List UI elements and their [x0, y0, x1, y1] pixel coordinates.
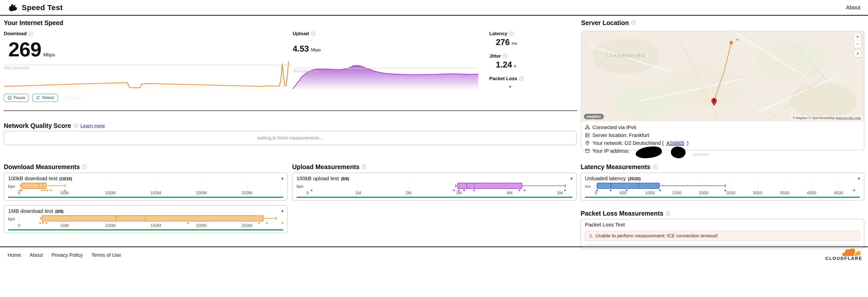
axis-tick-label: 200M	[196, 191, 207, 196]
latency-measurements-info-icon[interactable]	[653, 165, 657, 169]
network-quality-info-icon[interactable]	[74, 124, 78, 128]
network-quality-box: waiting to finish measurements...	[4, 131, 577, 145]
footer-link-privacy[interactable]: Privacy Policy	[52, 252, 83, 258]
outlier-dot	[282, 222, 283, 224]
outlier-dot	[564, 190, 566, 191]
asn-link[interactable]: AS6805	[666, 140, 684, 146]
connection-info-row: Connected via IPv6	[585, 124, 860, 130]
improve-map-link[interactable]: Improve this map	[836, 116, 861, 120]
map[interactable]: LUXEMBOURG + − mapbox	[581, 31, 864, 121]
axis-tick-label: 0	[18, 223, 20, 228]
axis-tick-label: 0	[595, 191, 597, 196]
your-network-suffix: )	[687, 140, 689, 146]
packet-loss-measurements-info-icon[interactable]	[666, 211, 670, 216]
packet-loss-measurements-title-text: Packet Loss Measurements	[581, 210, 663, 217]
outlier-dot	[463, 190, 465, 191]
pause-icon	[7, 96, 11, 100]
upload-label-row: Upload	[293, 31, 321, 36]
download-measurements-info-icon[interactable]	[82, 165, 87, 169]
axis-tick-label: 50M	[61, 223, 69, 228]
learn-more-link[interactable]: Learn more	[81, 123, 105, 129]
zoom-out-button[interactable]: −	[854, 41, 861, 48]
upload-measurements-info-icon[interactable]	[362, 165, 366, 169]
network-quality-title-text: Network Quality Score	[4, 122, 71, 129]
outlier-dot	[47, 190, 48, 191]
outlier-dot	[41, 190, 43, 191]
whisker-cap	[276, 217, 277, 220]
mean-line	[639, 183, 639, 189]
outlier-dot	[21, 190, 23, 191]
retest-button[interactable]: Retest	[32, 94, 58, 102]
progress-bar-complete	[8, 229, 283, 231]
collapse-caret-icon[interactable]	[281, 209, 283, 214]
collapse-caret-icon[interactable]	[858, 176, 860, 181]
your-ip-text: Your IP address:	[592, 148, 629, 154]
axis-tick-label: 4500	[834, 191, 843, 196]
box	[458, 183, 522, 189]
server-marker[interactable]	[730, 41, 733, 45]
axis-tick-label: 0	[306, 191, 309, 196]
cloudflare-logo[interactable]: CLOUDFLARE	[825, 248, 863, 261]
footer-link-home[interactable]: Home	[7, 252, 21, 258]
zoom-in-button[interactable]: +	[854, 33, 861, 40]
ip-redaction-blob	[671, 146, 686, 159]
outlier-dot	[596, 190, 598, 191]
axis-tick-label: 150M	[150, 223, 161, 228]
card-title-row: 1MB download test (8/8)	[8, 208, 283, 214]
whisker-cap	[20, 184, 21, 187]
section-title-upload-measurements: Upload Measurements	[292, 163, 366, 171]
latency-column: Latency 276 ms Jitter 1.24 s Packet Loss…	[486, 31, 577, 90]
collapse-caret-icon[interactable]	[570, 176, 572, 181]
map-attribution-text: © Mapbox © OpenStreetMap	[793, 116, 836, 120]
progress-bar-complete	[8, 197, 283, 198]
latency-info-icon[interactable]	[509, 32, 514, 36]
speed-test-page: Speed Test About Your Internet Speed Dow…	[0, 0, 868, 297]
packet-loss-label: Packet Loss	[489, 76, 517, 81]
axis-tick-label: 2M	[405, 191, 411, 196]
outlier-dot	[187, 222, 188, 224]
axis-tick-label: 50M	[61, 191, 69, 196]
running-status: Running...	[63, 96, 82, 100]
brand[interactable]: Speed Test	[7, 3, 63, 12]
upload-info-icon[interactable]	[311, 32, 315, 36]
download-info-icon[interactable]	[29, 32, 33, 36]
box	[42, 215, 263, 221]
median-line	[116, 215, 116, 221]
footer-link-about[interactable]: About	[30, 252, 43, 258]
gridline	[811, 182, 812, 191]
card-count: (8/8)	[341, 177, 349, 181]
client-location-pin[interactable]	[711, 98, 717, 106]
map-compass-button[interactable]	[854, 50, 862, 57]
collapse-caret-icon[interactable]	[281, 176, 283, 181]
packet-loss-value: -	[486, 82, 577, 90]
pause-button[interactable]: Pause	[4, 94, 29, 102]
server-location-info-icon[interactable]	[631, 21, 636, 25]
upload-speed-svg	[293, 61, 478, 90]
download-metric: Download 269 Mbps	[4, 31, 55, 59]
axis-tick-label: 1M	[355, 191, 361, 196]
plot-unit-label: bps	[8, 215, 19, 228]
footer-link-terms[interactable]: Terms of Use	[91, 252, 121, 258]
outlier-dot	[20, 190, 21, 191]
upload-label: Upload	[293, 31, 309, 36]
jitter-info-icon[interactable]	[503, 54, 507, 58]
axis-tick-label: 150M	[150, 191, 161, 196]
gridline	[247, 182, 247, 191]
retest-icon	[36, 96, 40, 100]
card-count: (8/8)	[55, 209, 64, 214]
section-title-server-location: Server Location	[581, 19, 636, 27]
axis-tick-label: 3000	[753, 191, 762, 196]
packet-loss-info-icon[interactable]	[519, 77, 524, 81]
whisker-cap	[725, 184, 726, 187]
connection-info-row: Your network: O2 Deutschland (AS6805)	[585, 140, 860, 146]
gridline	[19, 215, 20, 223]
axis-tick-label: 100M	[105, 191, 116, 196]
whisker-cap	[456, 184, 456, 187]
error-message: Unable to perform measurement: ICE conne…	[595, 233, 718, 239]
mapbox-logo[interactable]: mapbox	[584, 114, 604, 119]
measurement-card-100kb-upload: 100kB upload test (8/8) bps 01M2M3M4M5M	[292, 173, 577, 200]
axis-tick-label: 0	[18, 191, 20, 196]
axis-tick-label: 200M	[196, 223, 207, 228]
outlier-dot	[266, 222, 268, 224]
about-link[interactable]: About	[846, 4, 861, 11]
